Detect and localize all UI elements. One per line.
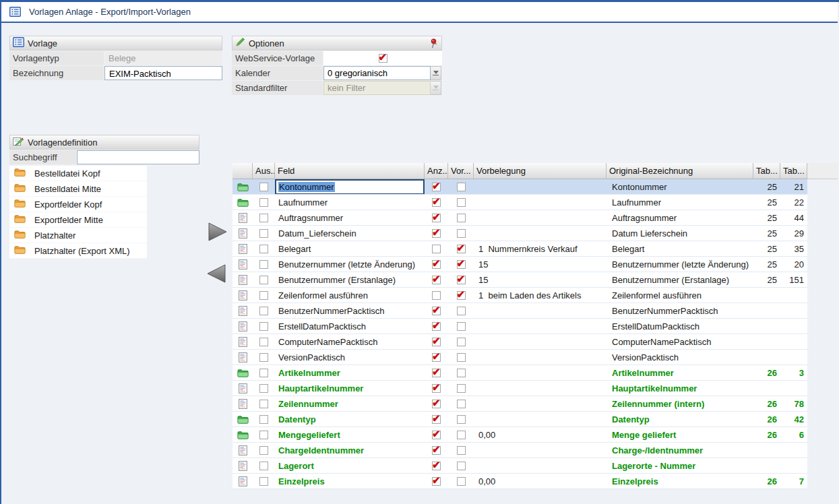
table-row[interactable]: Lagerort Lagerorte - Nummer [232, 458, 807, 474]
anzeigen-checkbox[interactable] [432, 245, 441, 253]
aus-checkbox[interactable] [259, 198, 268, 207]
feld-cell[interactable]: Datentyp [275, 412, 425, 427]
anzeigen-checkbox[interactable] [432, 322, 441, 331]
table-row[interactable]: Zeilenformel ausführen 1 beim Laden des … [232, 288, 807, 303]
col-header-aus[interactable]: Aus... [253, 163, 275, 179]
table-row[interactable]: VersionPacktisch VersionPacktisch [232, 350, 807, 365]
col-header-vor[interactable]: Vor... [448, 163, 474, 179]
vorbelegen-checkbox[interactable] [457, 322, 466, 331]
anzeigen-checkbox[interactable] [432, 291, 441, 300]
feld-cell[interactable]: Hauptartikelnummer [275, 381, 425, 396]
move-left-button[interactable] [206, 264, 226, 285]
feld-cell[interactable]: Datum_Lieferschein [275, 226, 425, 241]
table-row[interactable]: Mengegeliefert 0,00 Menge geliefert 26 6 [232, 427, 807, 443]
col-header-feld[interactable]: Feld [275, 163, 425, 179]
table-row[interactable]: Auftragsnummer Auftragsnummer 25 44 [232, 210, 807, 226]
feld-cell[interactable]: Belegart [275, 241, 425, 256]
table-row[interactable]: ChargeIdentnummer Charge-/Identnummer [232, 443, 807, 458]
vorbelegen-checkbox[interactable] [457, 198, 466, 207]
anzeigen-checkbox[interactable] [432, 446, 441, 455]
anzeigen-checkbox[interactable] [432, 229, 441, 238]
aus-checkbox[interactable] [259, 322, 268, 331]
aus-checkbox[interactable] [259, 415, 268, 424]
feld-cell[interactable]: VersionPacktisch [275, 350, 425, 365]
aus-checkbox[interactable] [259, 384, 268, 393]
aus-checkbox[interactable] [259, 353, 268, 362]
vorbelegen-checkbox[interactable] [457, 291, 466, 300]
aus-checkbox[interactable] [259, 245, 268, 253]
table-row[interactable]: Einzelpreis 0,00 Einzelpreis 26 7 [232, 474, 807, 489]
aus-checkbox[interactable] [259, 214, 268, 222]
anzeigen-checkbox[interactable] [432, 198, 441, 207]
anzeigen-checkbox[interactable] [432, 260, 441, 269]
vorbelegen-checkbox[interactable] [457, 477, 466, 486]
folder-list-item[interactable]: Exportfelder Kopf [9, 197, 147, 212]
folder-list-item[interactable]: Platzhalter [9, 228, 147, 243]
aus-checkbox[interactable] [259, 276, 268, 284]
feld-cell[interactable]: ChargeIdentnummer [275, 443, 425, 458]
table-row[interactable]: Benutzernummer (letzte Änderung) 15 Benu… [232, 257, 807, 272]
anzeigen-checkbox[interactable] [432, 462, 441, 470]
feld-cell[interactable]: Auftragsnummer [275, 210, 425, 225]
col-header-vorbelegung[interactable]: Vorbelegung [474, 163, 607, 179]
table-row[interactable]: Artikelnummer Artikelnummer 26 3 [232, 365, 807, 381]
feld-cell[interactable]: Laufnummer [275, 195, 425, 210]
aus-checkbox[interactable] [259, 400, 268, 408]
col-header-tab1[interactable]: Tab... [753, 163, 780, 179]
aus-checkbox[interactable] [259, 291, 268, 300]
vorbelegen-checkbox[interactable] [457, 400, 466, 408]
table-row[interactable]: Datentyp Datentyp 26 42 [232, 412, 807, 427]
feld-cell[interactable]: Artikelnummer [275, 365, 425, 380]
feld-cell[interactable]: Kontonummer [275, 179, 425, 194]
aus-checkbox[interactable] [259, 260, 268, 269]
suchbegriff-input[interactable] [77, 150, 199, 164]
aus-checkbox[interactable] [259, 462, 268, 470]
vorbelegen-checkbox[interactable] [457, 276, 466, 284]
vorbelegen-checkbox[interactable] [457, 431, 466, 439]
feld-cell[interactable]: Mengegeliefert [275, 427, 425, 442]
table-row[interactable]: Zeilennummer Zeilennummer (intern) 26 78 [232, 396, 807, 412]
kalender-value[interactable]: 0 gregorianisch [323, 66, 431, 80]
anzeigen-checkbox[interactable] [432, 384, 441, 393]
col-header-anz[interactable]: Anz... [425, 163, 448, 179]
feld-cell[interactable]: Einzelpreis [275, 474, 425, 489]
table-row[interactable]: Benutzernummer (Erstanlage) 15 Benutzern… [232, 272, 807, 288]
anzeigen-checkbox[interactable] [432, 369, 441, 377]
aus-checkbox[interactable] [259, 369, 268, 377]
folder-list-item[interactable]: Bestelldatei Kopf [9, 166, 147, 181]
feld-cell[interactable]: Benutzernummer (Erstanlage) [275, 272, 425, 287]
feld-cell[interactable]: ErstellDatumPacktisch [275, 319, 425, 334]
anzeigen-checkbox[interactable] [432, 400, 441, 408]
table-row[interactable]: Belegart 1 Nummernkreis Verkauf Belegart… [232, 241, 807, 257]
anzeigen-checkbox[interactable] [432, 338, 441, 346]
anzeigen-checkbox[interactable] [432, 431, 441, 439]
anzeigen-checkbox[interactable] [432, 276, 441, 284]
feld-cell[interactable]: BenutzerNummerPacktisch [275, 303, 425, 318]
webservice-checkbox[interactable] [379, 54, 387, 63]
aus-checkbox[interactable] [259, 338, 268, 346]
aus-checkbox[interactable] [259, 183, 268, 191]
vorbelegen-checkbox[interactable] [457, 214, 466, 222]
folder-list-item[interactable]: Bestelldatei Mitte [9, 181, 147, 197]
pin-icon[interactable] [429, 38, 438, 51]
anzeigen-checkbox[interactable] [432, 477, 441, 486]
vorbelegen-checkbox[interactable] [457, 353, 466, 362]
kalender-combobox[interactable]: 0 gregorianisch [323, 66, 442, 80]
vorbelegen-checkbox[interactable] [457, 384, 466, 393]
col-header-original-bezeichnung[interactable]: Original-Bezeichnung [607, 163, 753, 179]
anzeigen-checkbox[interactable] [432, 307, 441, 315]
table-row[interactable]: Hauptartikelnummer Hauptartikelnummer [232, 381, 807, 396]
vorbelegen-checkbox[interactable] [457, 245, 466, 253]
vorbelegen-checkbox[interactable] [457, 462, 466, 470]
table-row[interactable]: Datum_Lieferschein Datum Lieferschein 25… [232, 226, 807, 241]
table-row[interactable]: ErstellDatumPacktisch ErstellDatumPackti… [232, 319, 807, 334]
aus-checkbox[interactable] [259, 431, 268, 439]
vorbelegen-checkbox[interactable] [457, 338, 466, 346]
table-row[interactable]: Laufnummer Laufnummer 25 22 [232, 195, 807, 210]
aus-checkbox[interactable] [259, 477, 268, 486]
move-right-button[interactable] [208, 222, 228, 243]
folder-list-item[interactable]: Platzhalter (Export XML) [9, 243, 147, 259]
feld-edit-input[interactable]: Kontonummer [275, 179, 425, 194]
folder-list-item[interactable]: Exportfelder Mitte [9, 212, 147, 228]
feld-cell[interactable]: ComputerNamePacktisch [275, 334, 425, 349]
